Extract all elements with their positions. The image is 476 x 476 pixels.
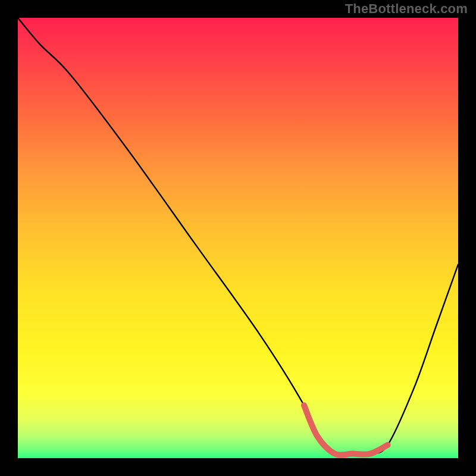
bottleneck-curve-accent <box>304 405 388 455</box>
curve-svg <box>18 18 458 458</box>
bottleneck-curve <box>18 18 458 455</box>
chart-frame: TheBottleneck.com <box>0 0 476 476</box>
plot-area <box>18 18 458 458</box>
attribution-text: TheBottleneck.com <box>345 1 468 17</box>
